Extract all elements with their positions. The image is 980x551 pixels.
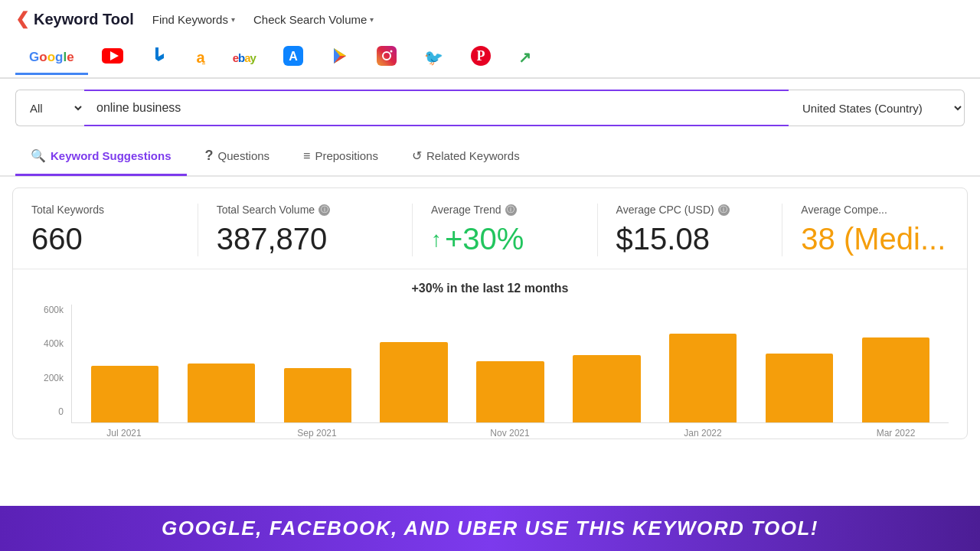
- svg-text:A: A: [289, 50, 298, 63]
- y-label-0: 0: [58, 406, 64, 417]
- chart-bar-group-8: [751, 354, 848, 422]
- svg-point-10: [390, 51, 392, 53]
- chart-bar-8: [766, 354, 833, 422]
- stat-average-trend: Average Trend ⓘ ↑ +30%: [413, 204, 598, 256]
- tab-related-keywords[interactable]: ↺ Related Keywords: [397, 138, 535, 176]
- bing-icon: [151, 46, 169, 69]
- x-label-blank-4: [751, 428, 848, 439]
- logo-icon: ❮: [15, 9, 29, 29]
- chart-bar-2: [188, 364, 255, 422]
- platform-tab-instagram[interactable]: [363, 38, 410, 79]
- platform-tab-ebay[interactable]: ebay: [219, 44, 270, 74]
- appstore-icon: A: [283, 46, 303, 69]
- stat-average-cpc: Average CPC (USD) ⓘ $15.08: [598, 204, 783, 256]
- chart-bar-1: [91, 366, 158, 422]
- chart-bar-4: [380, 342, 447, 422]
- platform-tab-trends[interactable]: ↗: [505, 41, 545, 77]
- x-label-blank-2: [365, 428, 462, 439]
- x-label-blank-1: [172, 428, 269, 439]
- chart-bar-group-4: [366, 342, 462, 422]
- banner-text: GOOGLE, FACEBOOK, AND UBER USE THIS KEYW…: [162, 517, 818, 540]
- questions-label: Questions: [218, 149, 270, 162]
- x-label-sep-2021: Sep 2021: [269, 428, 365, 439]
- check-search-volume-chevron: ▾: [370, 15, 374, 24]
- average-trend-value: ↑ +30%: [431, 222, 579, 256]
- total-search-volume-label: Total Search Volume ⓘ: [217, 204, 394, 216]
- keyword-suggestions-icon: 🔍: [31, 148, 46, 163]
- average-cpc-value: $15.08: [616, 222, 764, 256]
- chart-bar-group-7: [655, 334, 751, 422]
- svg-rect-8: [377, 46, 397, 66]
- total-volume-info-icon[interactable]: ⓘ: [318, 204, 330, 216]
- tab-keyword-suggestions[interactable]: 🔍 Keyword Suggestions: [15, 138, 187, 176]
- find-keywords-chevron: ▾: [231, 15, 235, 24]
- x-label-blank-3: [558, 428, 655, 439]
- chart-bars-container: Jul 2021 Sep 2021 Nov 2021 Jan 2022 Mar …: [71, 305, 949, 439]
- check-search-volume-nav[interactable]: Check Search Volume ▾: [253, 13, 374, 26]
- platform-tab-appstore[interactable]: A: [270, 38, 317, 79]
- logo-text: Keyword Tool: [34, 11, 134, 28]
- cpc-info-icon[interactable]: ⓘ: [718, 204, 730, 216]
- chart-bar-group-6: [558, 355, 655, 422]
- twitter-icon: 🐦: [424, 48, 443, 67]
- tab-questions[interactable]: ? Questions: [190, 137, 286, 177]
- average-trend-label: Average Trend ⓘ: [431, 204, 579, 216]
- svg-text:P: P: [476, 48, 485, 64]
- chart-x-labels: Jul 2021 Sep 2021 Nov 2021 Jan 2022 Mar …: [71, 423, 949, 439]
- platform-tab-google[interactable]: Google: [15, 42, 88, 75]
- filter-select[interactable]: All: [15, 90, 84, 126]
- keyword-tabs: 🔍 Keyword Suggestions ? Questions ≡ Prep…: [0, 137, 980, 177]
- x-label-jul-2021: Jul 2021: [76, 428, 172, 439]
- y-label-600k: 600k: [44, 305, 64, 315]
- questions-icon: ?: [205, 148, 214, 164]
- ebay-icon: ebay: [233, 51, 256, 64]
- average-comp-value: 38 (Medi...: [801, 222, 949, 256]
- chart-bar-9: [862, 337, 929, 422]
- find-keywords-label: Find Keywords: [152, 13, 228, 26]
- related-keywords-icon: ↺: [412, 148, 422, 163]
- total-search-volume-value: 387,870: [217, 222, 394, 256]
- playstore-icon: [331, 47, 349, 68]
- stat-total-keywords: Total Keywords 660: [31, 204, 198, 256]
- stats-row: Total Keywords 660 Total Search Volume ⓘ…: [13, 188, 967, 269]
- platform-tab-youtube[interactable]: [88, 41, 137, 77]
- instagram-icon: [377, 46, 397, 69]
- chart-bar-group-9: [848, 337, 944, 422]
- total-keywords-value: 660: [31, 222, 179, 256]
- y-label-400k: 400k: [44, 338, 64, 349]
- chart-section: +30% in the last 12 months 600k 400k 200…: [13, 269, 967, 439]
- chart-bar-7: [669, 334, 737, 422]
- platform-tab-twitter[interactable]: 🐦: [410, 41, 457, 77]
- find-keywords-nav[interactable]: Find Keywords ▾: [152, 13, 235, 26]
- y-label-200k: 200k: [44, 373, 64, 383]
- platform-tab-pinterest[interactable]: P: [457, 38, 505, 79]
- trend-info-icon[interactable]: ⓘ: [505, 204, 517, 216]
- google-icon: Google: [29, 50, 74, 65]
- stat-average-comp: Average Compe... 38 (Medi...: [782, 204, 949, 256]
- platform-tab-playstore[interactable]: [317, 39, 363, 78]
- keyword-suggestions-label: Keyword Suggestions: [51, 149, 172, 162]
- trends-icon: ↗: [518, 48, 531, 67]
- total-keywords-label: Total Keywords: [31, 204, 179, 216]
- platform-tabs: Google a ̲ ebay A: [0, 38, 980, 79]
- chart-bar-group-2: [173, 364, 270, 422]
- pinterest-icon: P: [471, 46, 491, 69]
- chart-bar-5: [476, 361, 544, 422]
- country-select[interactable]: United States (Country): [789, 90, 965, 126]
- chart-title: +30% in the last 12 months: [31, 282, 949, 295]
- search-input[interactable]: [84, 90, 789, 126]
- platform-tab-bing[interactable]: [137, 38, 183, 79]
- platform-tab-amazon[interactable]: a ̲: [183, 41, 219, 77]
- tab-prepositions[interactable]: ≡ Prepositions: [288, 139, 394, 176]
- logo-area: ❮ Keyword Tool: [15, 9, 134, 29]
- check-search-volume-label: Check Search Volume: [253, 13, 367, 26]
- stats-chart-panel: Total Keywords 660 Total Search Volume ⓘ…: [12, 187, 968, 439]
- x-label-nov-2021: Nov 2021: [462, 428, 558, 439]
- x-label-jan-2022: Jan 2022: [655, 428, 751, 439]
- chart-bar-group-5: [462, 361, 559, 422]
- average-cpc-label: Average CPC (USD) ⓘ: [616, 204, 764, 216]
- prepositions-icon: ≡: [303, 149, 310, 163]
- x-label-mar-2022: Mar 2022: [848, 428, 944, 439]
- chart-bars: [71, 305, 949, 423]
- chart-bar-3: [284, 368, 351, 422]
